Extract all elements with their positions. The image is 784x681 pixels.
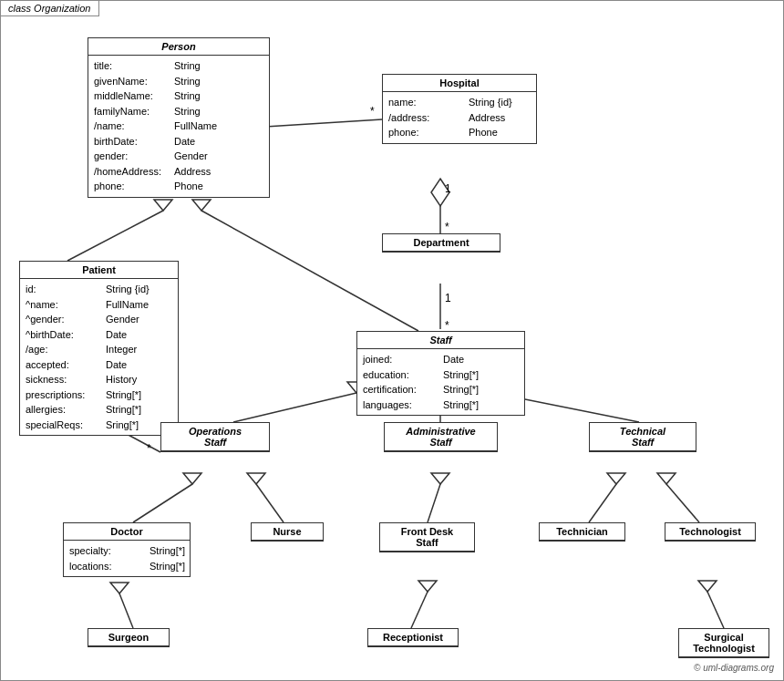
patient-body: id:String {id} ^name:FullName ^gender:Ge… [20,279,178,435]
doctor-class: Doctor specialty:String[*] locations:Str… [63,522,191,577]
technician-class: Technician [539,522,625,542]
surgical-technologist-title: SurgicalTechnologist [679,629,769,657]
svg-marker-33 [418,581,437,592]
nurse-title: Nurse [252,523,323,541]
svg-line-22 [256,484,284,522]
surgical-technologist-class: SurgicalTechnologist [678,628,769,658]
person-class: Person title:String givenName:String mid… [88,37,270,198]
svg-marker-31 [110,583,129,593]
svg-line-14 [233,393,356,422]
front-desk-staff-class: Front DeskStaff [379,522,475,552]
staff-title: Staff [357,332,524,349]
svg-marker-23 [247,473,265,484]
doctor-body: specialty:String[*] locations:String[*] [64,541,190,576]
operations-staff-title: OperationsStaff [161,423,269,451]
svg-marker-29 [657,473,676,484]
administrative-staff-title: AdministrativeStaff [385,423,497,451]
hospital-body: name:String {id} /address:Address phone:… [383,92,536,143]
person-title: Person [88,38,269,56]
doctor-title: Doctor [64,523,190,541]
svg-marker-4 [431,179,449,206]
technical-staff-class: TechnicalStaff [589,422,696,452]
svg-text:*: * [370,105,375,118]
technologist-class: Technologist [665,522,756,542]
svg-marker-11 [154,200,172,211]
svg-text:*: * [147,442,151,455]
svg-line-34 [707,592,724,628]
administrative-staff-class: AdministrativeStaff [384,422,498,452]
hospital-class: Hospital name:String {id} /address:Addre… [382,74,537,144]
receptionist-class: Receptionist [367,628,459,647]
technician-title: Technician [540,523,624,541]
copyright: © uml-diagrams.org [694,663,774,673]
svg-line-12 [201,211,418,331]
svg-line-24 [428,484,440,522]
svg-text:*: * [445,319,449,332]
svg-marker-21 [183,473,201,484]
technical-staff-title: TechnicalStaff [590,423,696,451]
department-class: Department [382,233,500,253]
front-desk-staff-title: Front DeskStaff [380,523,474,552]
hospital-title: Hospital [383,75,536,92]
svg-marker-35 [698,581,717,592]
department-title: Department [383,234,500,252]
patient-title: Patient [20,262,178,279]
svg-line-26 [589,484,616,522]
staff-class: Staff joined:Date education:String[*] ce… [356,331,525,416]
diagram-title: class Organization [1,1,99,16]
svg-text:1: 1 [445,292,451,304]
svg-line-10 [67,211,163,261]
svg-marker-25 [431,473,449,484]
staff-body: joined:Date education:String[*] certific… [357,349,524,415]
surgeon-class: Surgeon [88,628,170,647]
svg-marker-27 [607,473,625,484]
nurse-class: Nurse [251,522,324,542]
svg-line-20 [133,484,192,522]
surgeon-title: Surgeon [88,629,169,646]
patient-class: Patient id:String {id} ^name:FullName ^g… [19,261,179,436]
technologist-title: Technologist [665,523,755,541]
svg-line-30 [119,593,133,628]
svg-line-28 [666,484,699,522]
svg-line-32 [411,592,428,628]
svg-marker-13 [192,200,211,211]
operations-staff-class: OperationsStaff [160,422,270,452]
svg-text:1: 1 [445,182,451,195]
receptionist-title: Receptionist [368,629,458,646]
person-body: title:String givenName:String middleName… [88,56,269,197]
svg-text:*: * [445,221,449,233]
diagram-container: class Organization * * 1 * 1 * [0,0,784,681]
